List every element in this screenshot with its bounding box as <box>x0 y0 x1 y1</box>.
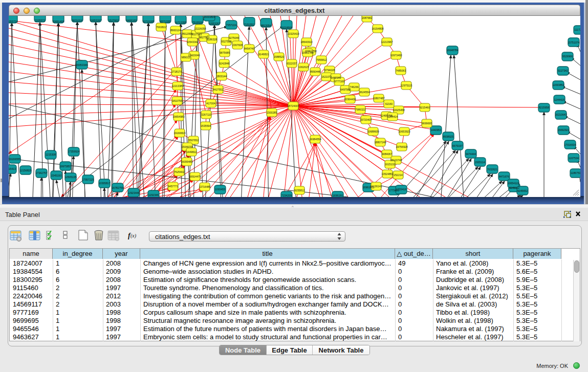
svg-text:9474444: 9474444 <box>466 152 476 156</box>
svg-text:7515526: 7515526 <box>192 21 203 24</box>
svg-text:9084067: 9084067 <box>382 152 392 156</box>
svg-text:1093455: 1093455 <box>215 188 225 191</box>
svg-text:1452145: 1452145 <box>331 76 341 79</box>
svg-text:16120746: 16120746 <box>390 159 402 162</box>
svg-text:19756928: 19756928 <box>396 145 407 148</box>
svg-text:7151552: 7151552 <box>244 23 254 26</box>
svg-text:7625402: 7625402 <box>174 170 184 173</box>
svg-text:14055724: 14055724 <box>9 20 18 23</box>
svg-text:18724007: 18724007 <box>287 104 299 107</box>
svg-text:10973493: 10973493 <box>390 54 402 57</box>
svg-text:12156829: 12156829 <box>19 169 31 172</box>
svg-text:16914479: 16914479 <box>189 175 201 178</box>
svg-text:1440953: 1440953 <box>431 128 441 132</box>
svg-text:417004: 417004 <box>206 102 215 105</box>
svg-text:12093852: 12093852 <box>552 83 564 86</box>
svg-text:8938925: 8938925 <box>443 135 453 138</box>
svg-text:1292346: 1292346 <box>148 193 159 196</box>
svg-text:6497568: 6497568 <box>340 88 351 91</box>
svg-text:16099483: 16099483 <box>181 160 192 163</box>
svg-text:(x): (x) <box>130 233 137 239</box>
svg-text:10653923: 10653923 <box>398 130 410 133</box>
svg-text:10543342: 10543342 <box>186 40 198 43</box>
svg-text:5567832: 5567832 <box>188 139 199 142</box>
svg-text:14136141: 14136141 <box>370 185 382 188</box>
svg-text:2205572: 2205572 <box>35 19 45 22</box>
svg-text:15720407: 15720407 <box>360 118 372 121</box>
svg-text:10553267: 10553267 <box>208 22 220 25</box>
svg-text:19218506: 19218506 <box>280 26 292 29</box>
svg-text:62160: 62160 <box>385 102 393 105</box>
svg-text:8660124: 8660124 <box>170 29 181 32</box>
svg-text:12975115: 12975115 <box>401 84 412 87</box>
svg-text:1545193: 1545193 <box>51 174 61 177</box>
svg-text:10961788: 10961788 <box>301 51 313 54</box>
svg-text:8471676: 8471676 <box>499 175 509 178</box>
svg-text:7154209: 7154209 <box>281 194 292 197</box>
svg-text:9327508: 9327508 <box>221 40 231 43</box>
svg-text:9457771: 9457771 <box>168 185 178 188</box>
svg-text:7955812: 7955812 <box>316 58 326 61</box>
svg-text:9275046: 9275046 <box>229 36 239 39</box>
svg-text:9699695: 9699695 <box>422 122 432 125</box>
svg-text:1244415: 1244415 <box>554 98 564 101</box>
svg-text:6679197: 6679197 <box>452 144 463 147</box>
svg-text:10688609: 10688609 <box>367 130 379 133</box>
svg-text:1527602: 1527602 <box>108 19 119 22</box>
svg-text:2087682: 2087682 <box>362 16 372 19</box>
svg-text:2284414: 2284414 <box>387 115 398 118</box>
svg-text:6571335: 6571335 <box>160 20 170 23</box>
svg-text:20691406: 20691406 <box>52 20 64 23</box>
svg-text:1588520: 1588520 <box>274 55 284 58</box>
svg-text:1810755: 1810755 <box>172 99 182 102</box>
svg-text:252214: 252214 <box>394 173 402 177</box>
svg-text:2367608: 2367608 <box>232 43 243 47</box>
svg-text:16648784: 16648784 <box>446 49 458 52</box>
svg-text:9242848: 9242848 <box>219 62 229 65</box>
svg-text:9329966: 9329966 <box>562 55 573 58</box>
svg-text:2300285: 2300285 <box>267 111 277 114</box>
svg-text:20053346: 20053346 <box>76 63 88 67</box>
svg-text:1449822: 1449822 <box>186 150 197 154</box>
svg-text:8215958: 8215958 <box>539 106 549 109</box>
svg-text:2718170: 2718170 <box>171 70 182 73</box>
svg-text:9215460: 9215460 <box>420 106 430 109</box>
svg-text:9631014: 9631014 <box>72 19 82 22</box>
svg-text:8454749: 8454749 <box>244 47 254 50</box>
svg-text:989013: 989013 <box>181 56 190 59</box>
svg-text:2935114: 2935114 <box>475 161 485 164</box>
svg-text:6794028: 6794028 <box>324 69 335 72</box>
svg-text:1167534: 1167534 <box>569 157 579 160</box>
svg-text:19975857: 19975857 <box>59 165 71 168</box>
svg-text:1362615: 1362615 <box>298 65 309 69</box>
svg-text:17957225: 17957225 <box>82 178 94 181</box>
svg-text:19384554: 19384554 <box>309 138 321 141</box>
svg-text:19166823: 19166823 <box>173 132 185 135</box>
svg-text:15692921: 15692921 <box>557 128 569 132</box>
svg-text:10654122: 10654122 <box>507 182 519 185</box>
svg-text:10025458: 10025458 <box>393 108 404 112</box>
svg-text:18640910: 18640910 <box>300 40 312 43</box>
svg-text:20206555: 20206555 <box>9 158 20 161</box>
svg-text:746266: 746266 <box>350 85 358 89</box>
svg-text:20364436: 20364436 <box>344 98 356 101</box>
svg-text:8186328: 8186328 <box>207 38 217 41</box>
svg-text:10395817: 10395817 <box>98 182 110 185</box>
svg-text:19654983: 19654983 <box>172 115 184 118</box>
svg-text:9245652: 9245652 <box>517 189 528 192</box>
svg-text:13226058: 13226058 <box>194 27 206 30</box>
svg-text:16154808: 16154808 <box>372 27 383 30</box>
svg-text:16210643: 16210643 <box>555 113 567 116</box>
svg-text:18807249: 18807249 <box>374 141 386 144</box>
svg-text:1696191: 1696191 <box>333 194 343 197</box>
svg-text:13524851: 13524851 <box>381 172 393 176</box>
svg-text:12505135: 12505135 <box>64 176 76 179</box>
svg-text:17342757: 17342757 <box>35 171 47 174</box>
svg-text:12213967: 12213967 <box>381 40 393 43</box>
svg-text:17359924: 17359924 <box>68 150 79 153</box>
svg-text:3915413: 3915413 <box>9 167 16 170</box>
svg-text:1535594: 1535594 <box>201 124 211 127</box>
svg-text:10719185: 10719185 <box>142 20 154 23</box>
svg-text:6322037: 6322037 <box>287 62 297 65</box>
svg-text:12213383: 12213383 <box>171 84 183 87</box>
